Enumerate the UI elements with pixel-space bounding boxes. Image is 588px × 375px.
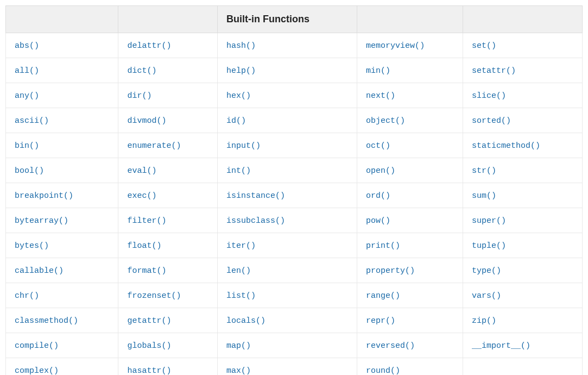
function-link[interactable]: issubclass() [226, 216, 285, 226]
function-link[interactable]: iter() [226, 241, 256, 251]
function-link[interactable]: oct() [366, 141, 390, 151]
function-link[interactable]: zip() [472, 316, 496, 326]
function-link[interactable]: super() [472, 216, 506, 226]
table-cell: memoryview() [357, 33, 463, 58]
function-link[interactable]: bytearray() [15, 216, 68, 226]
function-link[interactable]: complex() [15, 366, 59, 375]
table-cell: dir() [118, 83, 218, 108]
function-link[interactable]: eval() [127, 166, 156, 176]
function-link[interactable]: next() [366, 91, 395, 101]
table-row: all()dict()help()min()setattr() [6, 58, 583, 83]
function-link[interactable]: type() [472, 266, 501, 276]
function-link[interactable]: enumerate() [127, 141, 181, 151]
table-cell: hasattr() [118, 358, 218, 376]
function-link[interactable]: min() [366, 66, 390, 76]
function-link[interactable]: reversed() [366, 341, 415, 351]
function-link[interactable]: bytes() [15, 241, 49, 251]
function-link[interactable]: vars() [472, 291, 501, 301]
function-link[interactable]: classmethod() [15, 316, 78, 326]
function-link[interactable]: memoryview() [366, 41, 425, 51]
table-cell: delattr() [118, 33, 218, 58]
function-link[interactable]: setattr() [472, 66, 516, 76]
function-link[interactable]: id() [226, 116, 246, 126]
function-link[interactable]: dir() [127, 91, 151, 101]
function-link[interactable]: any() [15, 91, 39, 101]
builtin-functions-table: Built-in Functions abs()delattr()hash()m… [5, 5, 583, 375]
function-link[interactable]: hex() [226, 91, 251, 101]
function-link[interactable]: hasattr() [127, 366, 171, 375]
function-link[interactable]: round() [366, 366, 400, 375]
table-cell: chr() [6, 283, 118, 308]
function-link[interactable]: exec() [127, 191, 156, 201]
table-cell: object() [357, 108, 463, 133]
table-cell: ord() [357, 183, 463, 208]
header-cell [463, 6, 583, 33]
function-link[interactable]: bin() [15, 141, 39, 151]
table-cell: classmethod() [6, 308, 118, 333]
function-link[interactable]: dict() [127, 66, 156, 76]
function-link[interactable]: input() [226, 141, 261, 151]
function-link[interactable]: filter() [127, 216, 166, 226]
function-link[interactable]: sum() [472, 191, 496, 201]
function-link[interactable]: abs() [15, 41, 39, 51]
function-link[interactable]: slice() [472, 91, 506, 101]
table-cell: min() [357, 58, 463, 83]
function-link[interactable]: object() [366, 116, 405, 126]
function-link[interactable]: open() [366, 166, 395, 176]
table-cell: id() [217, 108, 357, 133]
function-link[interactable]: __import__() [472, 341, 530, 351]
table-cell: iter() [217, 233, 357, 258]
function-link[interactable]: list() [226, 291, 256, 301]
function-link[interactable]: max() [226, 366, 251, 375]
table-row: any()dir()hex()next()slice() [6, 83, 583, 108]
function-link[interactable]: globals() [127, 341, 171, 351]
function-link[interactable]: isinstance() [226, 191, 285, 201]
function-link[interactable]: staticmethod() [472, 141, 540, 151]
function-link[interactable]: format() [127, 266, 166, 276]
table-cell: range() [357, 283, 463, 308]
function-link[interactable]: ascii() [15, 116, 49, 126]
function-link[interactable]: breakpoint() [15, 191, 73, 201]
table-cell: issubclass() [217, 208, 357, 233]
function-link[interactable]: len() [226, 266, 251, 276]
table-row: breakpoint()exec()isinstance()ord()sum() [6, 183, 583, 208]
function-link[interactable]: tuple() [472, 241, 506, 251]
table-cell: sorted() [463, 108, 583, 133]
function-link[interactable]: locals() [226, 316, 265, 326]
function-link[interactable]: pow() [366, 216, 390, 226]
function-link[interactable]: frozenset() [127, 291, 181, 301]
function-link[interactable]: sorted() [472, 116, 511, 126]
table-cell: open() [357, 158, 463, 183]
function-link[interactable]: int() [226, 166, 251, 176]
function-link[interactable]: range() [366, 291, 400, 301]
table-cell: abs() [6, 33, 118, 58]
function-link[interactable]: getattr() [127, 316, 171, 326]
function-link[interactable]: float() [127, 241, 161, 251]
table-cell: setattr() [463, 58, 583, 83]
function-link[interactable]: delattr() [127, 41, 171, 51]
table-cell: map() [217, 333, 357, 358]
function-link[interactable]: all() [15, 66, 39, 76]
table-cell: round() [357, 358, 463, 376]
table-cell: bin() [6, 133, 118, 158]
function-link[interactable]: help() [226, 66, 256, 76]
table-cell: complex() [6, 358, 118, 376]
function-link[interactable]: compile() [15, 341, 59, 351]
table-row: abs()delattr()hash()memoryview()set() [6, 33, 583, 58]
function-link[interactable]: ord() [366, 191, 390, 201]
function-link[interactable]: divmod() [127, 116, 166, 126]
function-link[interactable]: bool() [15, 166, 44, 176]
function-link[interactable]: str() [472, 166, 496, 176]
function-link[interactable]: repr() [366, 316, 395, 326]
function-link[interactable]: callable() [15, 266, 64, 276]
table-cell: int() [217, 158, 357, 183]
function-link[interactable]: chr() [15, 291, 39, 301]
function-link[interactable]: property() [366, 266, 415, 276]
function-link[interactable]: hash() [226, 41, 256, 51]
function-link[interactable]: set() [472, 41, 496, 51]
table-body: abs()delattr()hash()memoryview()set()all… [6, 33, 583, 376]
table-cell: hash() [217, 33, 357, 58]
function-link[interactable]: print() [366, 241, 400, 251]
table-cell: callable() [6, 258, 118, 283]
function-link[interactable]: map() [226, 341, 251, 351]
